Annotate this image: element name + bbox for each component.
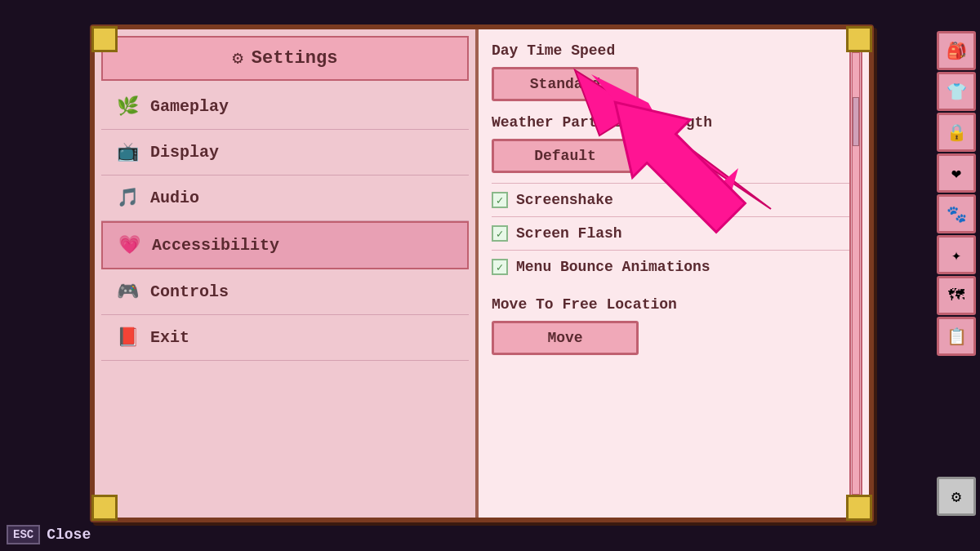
star-icon-btn[interactable]: ✦ — [937, 235, 976, 274]
exit-label: Exit — [150, 328, 189, 347]
sidebar-item-display[interactable]: 📺 Display — [101, 130, 469, 176]
accessibility-icon: 💗 — [116, 234, 142, 256]
settings-icon-btn[interactable]: ⚙ — [937, 477, 976, 516]
screen-flash-checkbox[interactable] — [492, 225, 508, 242]
menu-bounce-row: Menu Bounce Animations — [492, 250, 856, 283]
accessibility-label: Accessibility — [152, 236, 279, 255]
close-label: Close — [47, 527, 91, 543]
menu-bounce-label: Menu Bounce Animations — [516, 259, 710, 275]
sidebar-item-accessibility[interactable]: 💗 Accessibility — [101, 221, 469, 269]
scrollbar-handle — [853, 97, 859, 146]
scrollbar[interactable]: ▲ ▼ — [849, 36, 862, 511]
settings-book: ⚙ Settings 🌿 Gameplay 📺 Display 🎵 Audio … — [90, 24, 874, 522]
audio-label: Audio — [150, 189, 199, 207]
day-time-speed-button[interactable]: Standard — [492, 67, 639, 101]
screen-flash-row: Screen Flash — [492, 216, 856, 250]
sidebar-item-controls[interactable]: 🎮 Controls — [101, 269, 469, 315]
wardrobe-icon-btn[interactable]: 👕 — [937, 72, 976, 111]
day-time-speed-label: Day Time Speed — [492, 39, 856, 62]
settings-title: Settings — [252, 48, 338, 69]
move-location-group: Move To Free Location Move — [492, 293, 856, 355]
quest-icon-btn[interactable]: 📋 — [937, 317, 976, 356]
exit-icon: 📕 — [114, 327, 140, 349]
menu-bounce-checkbox[interactable] — [492, 259, 508, 275]
display-label: Display — [150, 143, 219, 162]
controls-icon: 🎮 — [114, 281, 140, 303]
sidebar-item-gameplay[interactable]: 🌿 Gameplay — [101, 84, 469, 130]
screenshake-label: Screenshake — [516, 192, 613, 208]
weather-particle-button[interactable]: Default — [492, 139, 639, 173]
controls-label: Controls — [150, 282, 229, 301]
sidebar-item-exit[interactable]: 📕 Exit — [101, 315, 469, 361]
screenshake-row: Screenshake — [492, 183, 856, 216]
inventory-icon-btn[interactable]: 🎒 — [937, 31, 976, 70]
gameplay-label: Gameplay — [150, 97, 229, 116]
corner-tr — [846, 26, 872, 52]
left-page: ⚙ Settings 🌿 Gameplay 📺 Display 🎵 Audio … — [95, 29, 479, 518]
pet-icon-btn[interactable]: 🐾 — [937, 194, 976, 233]
weather-particle-label: Weather Particle Strength — [492, 111, 856, 134]
settings-header: ⚙ Settings — [101, 36, 469, 81]
move-location-button[interactable]: Move — [492, 321, 639, 355]
audio-icon: 🎵 — [114, 187, 140, 209]
gear-icon: ⚙ — [233, 47, 243, 69]
sidebar-item-audio[interactable]: 🎵 Audio — [101, 176, 469, 221]
move-location-label: Move To Free Location — [492, 293, 856, 316]
right-sidebar: 🎒 👕 🔒 ❤ 🐾 ✦ 🗺 📋 ⚙ — [933, 24, 980, 522]
corner-tl — [91, 26, 118, 52]
map-icon-btn[interactable]: 🗺 — [937, 276, 976, 315]
gameplay-icon: 🌿 — [114, 96, 140, 118]
weather-particle-group: Weather Particle Strength Default — [492, 111, 856, 173]
lock-icon-btn[interactable]: 🔒 — [937, 113, 976, 152]
display-icon: 📺 — [114, 141, 140, 163]
screen-flash-label: Screen Flash — [516, 225, 622, 242]
heart-icon-btn[interactable]: ❤ — [937, 153, 976, 193]
esc-bar: ESC Close — [7, 525, 91, 544]
screenshake-checkbox[interactable] — [492, 192, 508, 208]
right-page: Day Time Speed Standard Weather Particle… — [479, 29, 869, 518]
day-time-speed-group: Day Time Speed Standard — [492, 39, 856, 101]
corner-bl — [91, 495, 118, 521]
corner-br — [846, 495, 872, 521]
scrollbar-thumb[interactable] — [852, 52, 860, 495]
esc-key[interactable]: ESC — [7, 525, 40, 544]
